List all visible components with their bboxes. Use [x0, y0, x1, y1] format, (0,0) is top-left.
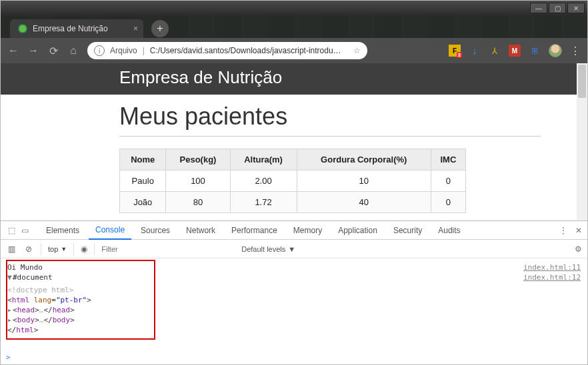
- devtools-tab-performance[interactable]: Performance: [225, 221, 284, 240]
- console-toolbar: ▥ ⊘ top ▼ ◉ Default levels ▼ ⚙: [1, 240, 587, 258]
- table-row: Paulo 100 2.00 10 0: [120, 171, 466, 192]
- toolbar-separator: [73, 243, 74, 255]
- extension-m-icon[interactable]: M: [509, 45, 521, 57]
- browser-menu-icon[interactable]: ⋮: [570, 45, 581, 57]
- extension-badge-icon[interactable]: F: [449, 45, 461, 57]
- tab-favicon: [18, 24, 27, 33]
- window-close-button[interactable]: ✕: [567, 3, 585, 13]
- live-expression-icon[interactable]: ◉: [81, 244, 87, 254]
- profile-avatar[interactable]: [549, 44, 562, 57]
- window-minimize-button[interactable]: —: [530, 3, 547, 13]
- cell-nome: João: [120, 192, 166, 213]
- console-log-text: Oi Mundo: [7, 263, 43, 272]
- console-source-link[interactable]: index.html:12: [523, 273, 581, 282]
- window-titlebar: — ▢ ✕: [1, 1, 587, 15]
- cell-gordura: 40: [297, 192, 431, 213]
- browser-tab-active[interactable]: Empresa de Nutrição ×: [10, 19, 143, 38]
- context-label: top: [48, 245, 58, 253]
- dom-body[interactable]: ▸<body>…</body>: [7, 315, 581, 325]
- extension-shield-icon[interactable]: ⛨: [529, 45, 541, 57]
- toolbar-separator: [94, 243, 95, 255]
- devtools-tab-memory[interactable]: Memory: [287, 221, 329, 240]
- console-source-link[interactable]: index.html:11: [523, 263, 581, 272]
- extension-tray: F ↓ ⅄ M ⛨ ⋮: [449, 44, 581, 57]
- device-toolbar-icon[interactable]: ▭: [19, 225, 30, 236]
- download-icon[interactable]: ↓: [469, 45, 481, 57]
- col-gordura: Gordura Corporal(%): [297, 149, 431, 171]
- site-header: Empresa de Nutrição: [1, 63, 587, 95]
- devtools-tab-audits[interactable]: Audits: [431, 221, 467, 240]
- console-log-row: Oi Mundo index.html:11: [7, 262, 581, 272]
- home-button[interactable]: ⌂: [67, 45, 79, 57]
- disclosure-triangle-icon[interactable]: ▸: [7, 306, 13, 314]
- cell-altura: 2.00: [230, 171, 297, 192]
- col-nome: Nome: [120, 149, 166, 171]
- console-filter-input[interactable]: [101, 245, 235, 253]
- back-button[interactable]: ←: [7, 45, 19, 57]
- extension-lambda-icon[interactable]: ⅄: [489, 45, 501, 57]
- dom-html-close: </html>: [7, 325, 581, 335]
- disclosure-triangle-icon[interactable]: ▸: [7, 316, 13, 324]
- page-viewport: Empresa de Nutrição Meus pacientes Nome …: [1, 63, 587, 220]
- patients-table: Nome Peso(kg) Altura(m) Gordura Corporal…: [119, 149, 466, 213]
- col-altura: Altura(m): [230, 149, 297, 171]
- browser-toolbar: ← → ⟳ ⌂ i Arquivo | C:/Users/david.santo…: [1, 38, 587, 63]
- page-content: Meus pacientes Nome Peso(kg) Altura(m) G…: [1, 103, 587, 213]
- devtools-tab-security[interactable]: Security: [387, 221, 429, 240]
- dom-html-open: <html lang="pt-br">: [7, 295, 581, 305]
- tab-close-icon[interactable]: ×: [133, 24, 138, 33]
- execution-context-select[interactable]: top ▼: [48, 245, 67, 253]
- chevron-down-icon: ▼: [61, 246, 67, 252]
- forward-button[interactable]: →: [27, 45, 39, 57]
- dom-doctype: <!doctype html>: [7, 285, 581, 295]
- levels-label: Default levels: [241, 245, 285, 253]
- url-sep: |: [143, 46, 145, 55]
- page-scrollbar[interactable]: [577, 63, 587, 220]
- devtools-menu-icon[interactable]: ⋮: [559, 226, 567, 235]
- cell-peso: 100: [166, 171, 230, 192]
- devtools-tab-elements[interactable]: Elements: [39, 221, 86, 240]
- heading-rule: [119, 136, 541, 137]
- page-heading: Meus pacientes: [119, 103, 587, 131]
- cell-gordura: 10: [297, 171, 431, 192]
- new-tab-button[interactable]: +: [151, 20, 169, 37]
- reload-button[interactable]: ⟳: [47, 45, 59, 57]
- devtools-tab-network[interactable]: Network: [179, 221, 222, 240]
- console-output[interactable]: Oi Mundo index.html:11 ▼#document index.…: [1, 258, 587, 365]
- console-sidebar-toggle-icon[interactable]: ▥: [6, 244, 17, 254]
- col-peso: Peso(kg): [166, 149, 230, 171]
- chevron-down-icon: ▼: [288, 245, 295, 253]
- devtools-tab-console[interactable]: Console: [89, 221, 131, 240]
- console-prompt[interactable]: >: [6, 353, 11, 362]
- dom-head[interactable]: ▸<head>…</head>: [7, 305, 581, 315]
- site-title: Empresa de Nutrição: [119, 67, 587, 88]
- cell-imc: 0: [431, 171, 465, 192]
- table-header-row: Nome Peso(kg) Altura(m) Gordura Corporal…: [120, 149, 466, 171]
- devtools-panel: ⬚ ▭ Elements Console Sources Network Per…: [1, 220, 587, 365]
- address-bar[interactable]: i Arquivo | C:/Users/david.santos/Downlo…: [87, 42, 367, 59]
- inspect-element-icon[interactable]: ⬚: [6, 225, 17, 236]
- devtools-tab-application[interactable]: Application: [331, 221, 384, 240]
- console-document-label: #document: [13, 273, 53, 282]
- cell-altura: 1.72: [230, 192, 297, 213]
- disclosure-triangle-icon[interactable]: ▼: [7, 273, 13, 282]
- console-settings-icon[interactable]: ⚙: [575, 244, 582, 254]
- console-log-row: ▼#document index.html:12: [7, 272, 581, 282]
- devtools-tab-sources[interactable]: Sources: [134, 221, 177, 240]
- cell-peso: 80: [166, 192, 230, 213]
- col-imc: IMC: [431, 149, 465, 171]
- site-info-icon[interactable]: i: [94, 45, 105, 56]
- dom-tree: <!doctype html> <html lang="pt-br"> ▸<he…: [7, 285, 581, 335]
- tab-title: Empresa de Nutrição: [33, 24, 108, 33]
- browser-tabstrip: Empresa de Nutrição × +: [1, 15, 587, 38]
- log-levels-select[interactable]: Default levels ▼: [241, 245, 295, 253]
- toolbar-separator: [41, 243, 41, 255]
- bookmark-star-icon[interactable]: ☆: [353, 46, 361, 55]
- clear-console-icon[interactable]: ⊘: [23, 244, 34, 254]
- devtools-tabbar: ⬚ ▭ Elements Console Sources Network Per…: [1, 221, 587, 240]
- scrollbar-thumb[interactable]: [578, 65, 586, 98]
- cell-nome: Paulo: [120, 171, 166, 192]
- window-maximize-button[interactable]: ▢: [549, 3, 566, 13]
- devtools-close-icon[interactable]: ✕: [575, 226, 582, 235]
- url-text: C:/Users/david.santos/Downloads/javascri…: [150, 46, 348, 55]
